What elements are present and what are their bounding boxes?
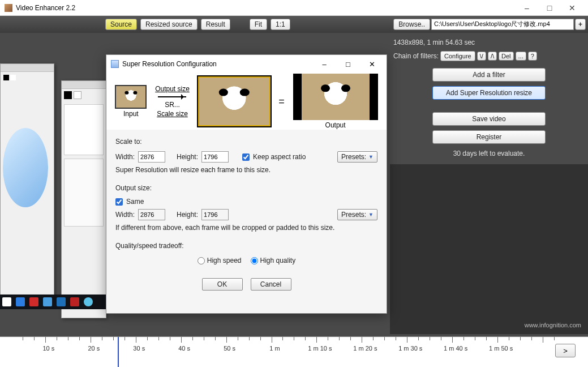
- timeline-tick-label: 20 s: [80, 345, 108, 352]
- illus-output-label: Output: [325, 121, 346, 129]
- dialog-title: Super Resolution Configuration: [122, 60, 311, 68]
- high-quality-radio[interactable]: High quality: [251, 257, 296, 264]
- quality-label: Quality/speed tradeoff:: [115, 242, 377, 250]
- timeline-tick-label: 1 m 50 s: [487, 345, 515, 352]
- timeline-tick-label: 40 s: [170, 345, 199, 352]
- task-icon[interactable]: [16, 297, 25, 306]
- dialog-titlebar: Super Resolution Configuration – □ ✕: [106, 55, 387, 73]
- arrow-icon: [158, 96, 186, 97]
- output-size-label: Output size:: [115, 184, 377, 192]
- footer-url: www.infognition.com: [525, 322, 581, 328]
- ok-button[interactable]: OK: [202, 278, 243, 291]
- timeline-tick-label: 1 m 30 s: [396, 345, 424, 352]
- scale-hint: Super Resolution will resize each frame …: [115, 166, 377, 174]
- resized-source-tab[interactable]: Resized source: [140, 19, 198, 30]
- timeline[interactable]: 10 s20 s30 s40 s50 s1 m1 m 10 s1 m 20 s1…: [0, 336, 588, 367]
- top-toolbar: Source Resized source Result Fit 1:1 Bro…: [0, 16, 588, 33]
- equals-label: =: [278, 96, 285, 108]
- task-icon[interactable]: [43, 297, 52, 306]
- out-presets-dropdown[interactable]: Presets:▼: [337, 209, 377, 220]
- timeline-tick-label: 1 m: [261, 345, 289, 352]
- trial-text: 30 days left to evaluate.: [453, 150, 525, 157]
- add-sr-button[interactable]: Add Super Resolution resize: [432, 86, 546, 100]
- move-down-button[interactable]: \/: [477, 52, 486, 61]
- minimize-button[interactable]: –: [516, 0, 538, 16]
- illus-scale-size-label: Scale size: [157, 110, 188, 118]
- high-speed-radio[interactable]: High speed: [198, 257, 242, 264]
- out-height-input[interactable]: [201, 209, 229, 220]
- file-path-input[interactable]: C:\Users\User\Desktop\logo尺寸修改.mp4: [431, 19, 574, 30]
- timeline-tick-label: 50 s: [216, 345, 244, 352]
- scale-height-input[interactable]: [201, 151, 229, 163]
- scale-height-label: Height:: [177, 153, 198, 161]
- out-width-label: Width:: [115, 211, 135, 219]
- help-button[interactable]: ?: [528, 52, 537, 61]
- result-tab[interactable]: Result: [201, 19, 230, 30]
- app-title: Video Enhancer 2.2: [16, 4, 516, 12]
- task-icon[interactable]: [29, 297, 38, 306]
- chevron-down-icon: ▼: [368, 212, 374, 217]
- same-checkbox[interactable]: [115, 198, 123, 206]
- out-height-label: Height:: [177, 211, 198, 219]
- task-icon[interactable]: [70, 297, 79, 306]
- chain-label: Chain of filters:: [393, 52, 439, 60]
- scale-width-label: Width:: [115, 153, 135, 161]
- add-filter-button[interactable]: Add a filter: [432, 68, 546, 82]
- save-video-button[interactable]: Save video: [432, 112, 546, 126]
- illus-output-size-label: Output size: [155, 85, 190, 93]
- delete-filter-button[interactable]: Del: [499, 52, 514, 61]
- dialog-close-button[interactable]: ✕: [362, 56, 382, 72]
- app-icon: [5, 4, 12, 12]
- background-windows: [0, 57, 108, 306]
- task-icon[interactable]: [57, 297, 66, 306]
- play-forward-button[interactable]: >: [555, 344, 576, 357]
- timeline-tick-label: 1 m 10 s: [306, 345, 334, 352]
- register-button[interactable]: Register: [432, 130, 546, 144]
- timeline-tick-label: 1 m 40 s: [441, 345, 470, 352]
- taskbar: [0, 295, 108, 309]
- chevron-down-icon: ▼: [368, 154, 374, 160]
- output-hint: If different from above, each frame will…: [115, 224, 377, 232]
- dialog-minimize-button[interactable]: –: [314, 56, 334, 72]
- same-label: Same: [126, 198, 144, 206]
- dialog-icon: [111, 60, 119, 68]
- start-icon[interactable]: [2, 297, 11, 306]
- sr-config-dialog: Super Resolution Configuration – □ ✕ Inp…: [106, 54, 387, 314]
- configure-button[interactable]: Configure: [440, 51, 475, 61]
- cancel-button[interactable]: Cancel: [251, 278, 291, 291]
- task-icon[interactable]: [84, 297, 93, 306]
- close-button[interactable]: ✕: [561, 0, 583, 16]
- right-panel: 1438x898, 1 min 54.63 sec Chain of filte…: [390, 33, 588, 161]
- timeline-ruler[interactable]: 10 s20 s30 s40 s50 s1 m1 m 10 s1 m 20 s1…: [0, 337, 543, 367]
- scale-presets-dropdown[interactable]: Presets:▼: [337, 151, 377, 163]
- titlebar: Video Enhancer 2.2 – □ ✕: [0, 0, 588, 16]
- maximize-button[interactable]: □: [538, 0, 561, 16]
- timeline-tick-label: 30 s: [125, 345, 153, 352]
- timeline-tick-label: 10 s: [35, 345, 63, 352]
- illus-sr-label: SR...: [165, 101, 180, 109]
- dialog-maximize-button[interactable]: □: [338, 56, 358, 72]
- oneone-button[interactable]: 1:1: [271, 19, 290, 30]
- scale-to-label: Scale to:: [115, 138, 377, 146]
- keep-aspect-checkbox[interactable]: [242, 153, 250, 161]
- more-button[interactable]: ...: [516, 52, 526, 61]
- scale-width-input[interactable]: [138, 151, 165, 163]
- add-file-button[interactable]: +: [575, 19, 586, 30]
- fit-button[interactable]: Fit: [250, 19, 267, 30]
- source-tab[interactable]: Source: [105, 19, 137, 30]
- timeline-tick-label: 1 m 20 s: [351, 345, 379, 352]
- keep-aspect-label: Keep aspect ratio: [253, 153, 306, 161]
- browse-button[interactable]: Browse..: [393, 19, 430, 30]
- illus-input-label: Input: [123, 110, 139, 118]
- out-width-input[interactable]: [138, 209, 165, 220]
- move-up-button[interactable]: /\: [488, 52, 497, 61]
- video-info: 1438x898, 1 min 54.63 sec: [393, 39, 585, 46]
- timeline-cursor[interactable]: [118, 337, 119, 367]
- preview-area: [390, 164, 588, 334]
- illustration: Input Output size SR... Scale size = Out…: [106, 73, 387, 130]
